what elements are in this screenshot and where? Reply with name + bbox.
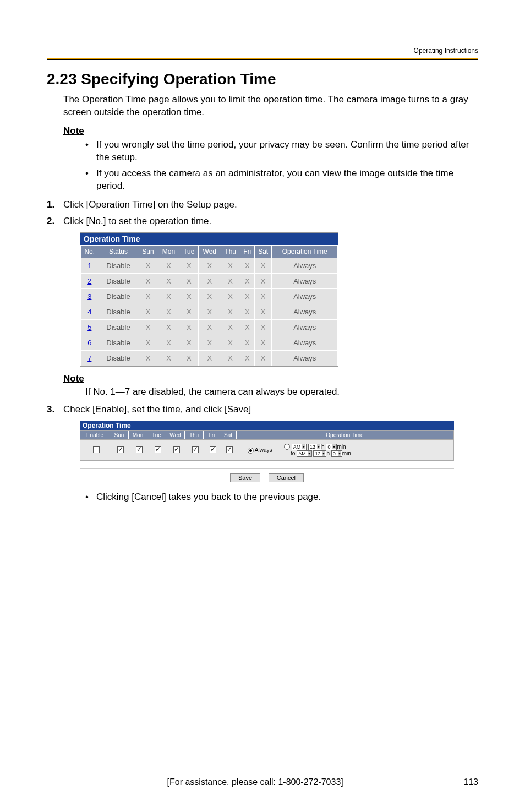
always-radio[interactable] [248, 448, 254, 454]
page-title: 2.23 Specifying Operation Time [47, 70, 478, 88]
day-checkbox[interactable] [117, 446, 124, 453]
step-num: 3. [47, 404, 54, 415]
row-status: Disable [99, 304, 138, 319]
to-label: to [291, 450, 295, 456]
row-number-link[interactable]: 1 [81, 258, 99, 273]
row-number-link[interactable]: 3 [81, 288, 99, 304]
row-number-link[interactable]: 5 [81, 319, 99, 335]
timerange-radio[interactable] [284, 444, 290, 450]
fig1-col-header: Tue [179, 245, 199, 258]
row-operation-time: Always [272, 335, 338, 350]
row-day-cell: X [138, 304, 158, 319]
fig1-title: Operation Time [80, 233, 338, 245]
cancel-button[interactable]: Cancel [269, 473, 304, 482]
row-day-cell: X [240, 288, 254, 304]
day-checkbox[interactable] [173, 446, 180, 453]
row-day-cell: X [158, 335, 179, 350]
row-day-cell: X [240, 304, 254, 319]
row-status: Disable [99, 335, 138, 350]
day-checkbox[interactable] [226, 446, 233, 453]
row-number-link[interactable]: 6 [81, 335, 99, 350]
row-day-cell: X [199, 304, 221, 319]
row-day-cell: X [138, 273, 158, 288]
row-day-cell: X [221, 319, 240, 335]
fig2-col-header: Tue [147, 431, 166, 439]
row-status: Disable [99, 258, 138, 273]
row-number-link[interactable]: 2 [81, 273, 99, 288]
enable-checkbox[interactable] [93, 446, 100, 453]
row-day-cell: X [221, 335, 240, 350]
day-checkbox[interactable] [155, 446, 161, 453]
row-day-cell: X [221, 304, 240, 319]
row-day-cell: X [158, 258, 179, 273]
day-checkbox[interactable] [136, 446, 143, 453]
row-day-cell: X [158, 288, 179, 304]
fig2-col-header: Enable [80, 431, 110, 439]
row-operation-time: Always [272, 304, 338, 319]
row-operation-time: Always [272, 319, 338, 335]
note1-item: If you access the camera as an administr… [96, 167, 478, 193]
row-day-cell: X [254, 304, 272, 319]
footer-assist: [For assistance, please call: 1-800-272-… [47, 777, 463, 787]
fig1-col-header: Status [99, 245, 138, 258]
header-label: Operating Instructions [414, 47, 478, 55]
h-label: h [321, 444, 325, 450]
fig1-col-header: Sun [138, 245, 158, 258]
day-checkbox[interactable] [192, 446, 199, 453]
row-day-cell: X [240, 273, 254, 288]
row-day-cell: X [221, 288, 240, 304]
save-button[interactable]: Save [230, 473, 260, 482]
row-day-cell: X [158, 273, 179, 288]
from-hour-select[interactable]: 12 [308, 444, 321, 450]
h-label: h [326, 450, 330, 456]
step-2: 2. Click [No.] to set the operation time… [47, 216, 478, 227]
row-day-cell: X [179, 258, 199, 273]
row-day-cell: X [199, 273, 221, 288]
step-num: 1. [47, 199, 54, 210]
row-day-cell: X [199, 335, 221, 350]
row-day-cell: X [179, 319, 199, 335]
row-day-cell: X [254, 319, 272, 335]
to-min-select[interactable]: 0 [331, 450, 342, 457]
fig2-title: Operation Time [80, 421, 454, 430]
step-num: 2. [47, 216, 54, 227]
to-ampm-select[interactable]: AM [297, 450, 312, 457]
row-day-cell: X [158, 304, 179, 319]
fig1-col-header: Operation Time [272, 245, 338, 258]
fig1-col-header: Mon [158, 245, 179, 258]
row-day-cell: X [221, 273, 240, 288]
operation-time-edit-figure: Operation Time EnableSunMonTueWedThuFriS… [80, 421, 454, 487]
row-day-cell: X [240, 258, 254, 273]
row-day-cell: X [179, 304, 199, 319]
row-day-cell: X [254, 258, 272, 273]
row-status: Disable [99, 319, 138, 335]
fig2-col-header: Fri [204, 431, 220, 439]
row-day-cell: X [138, 350, 158, 366]
row-day-cell: X [179, 350, 199, 366]
row-operation-time: Always [272, 288, 338, 304]
day-checkbox[interactable] [210, 446, 216, 453]
from-ampm-select[interactable]: AM [292, 444, 307, 450]
row-day-cell: X [179, 273, 199, 288]
row-day-cell: X [240, 335, 254, 350]
fig1-col-header: No. [81, 245, 99, 258]
intro-text: The Operation Time page allows you to li… [63, 94, 478, 119]
row-status: Disable [99, 273, 138, 288]
fig1-col-header: Thu [221, 245, 240, 258]
from-min-select[interactable]: 0 [326, 444, 337, 450]
row-status: Disable [99, 350, 138, 366]
to-hour-select[interactable]: 12 [313, 450, 326, 457]
row-number-link[interactable]: 4 [81, 304, 99, 319]
row-day-cell: X [254, 335, 272, 350]
operation-time-table-figure: Operation Time No.StatusSunMonTueWedThuF… [80, 232, 338, 367]
min-label: min [337, 444, 346, 450]
fig2-col-header: Sun [110, 431, 129, 439]
step-1: 1. Click [Operation Time] on the Setup p… [47, 199, 478, 210]
row-status: Disable [99, 288, 138, 304]
step-text: Click [Operation Time] on the Setup page… [63, 199, 237, 210]
page-number: 113 [463, 777, 478, 787]
row-number-link[interactable]: 7 [81, 350, 99, 366]
row-operation-time: Always [272, 350, 338, 366]
min-label: min [342, 450, 351, 456]
step-text: Check [Enable], set the time, and click … [63, 404, 251, 415]
